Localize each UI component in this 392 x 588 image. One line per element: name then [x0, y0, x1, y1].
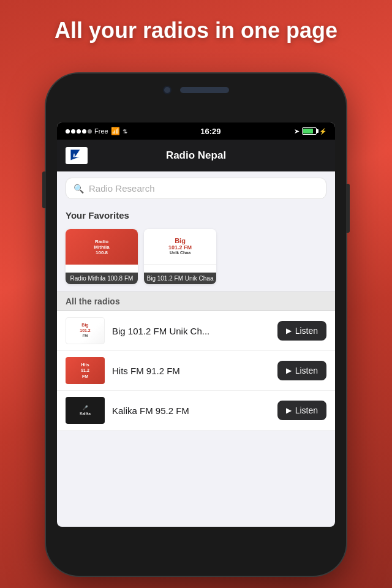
- wifi-icon: 📶: [111, 127, 120, 135]
- all-radios-header: All the radios: [57, 292, 335, 311]
- radio-list: Big101.2FM Big 101.2 FM Unik Ch... ▶ Lis…: [57, 311, 335, 431]
- signal-dots: [66, 129, 92, 134]
- play-icon-big-fm: ▶: [286, 326, 292, 335]
- earpiece-speaker: [180, 87, 229, 93]
- radio-name-kalika-fm: Kalika FM 95.2 FM: [112, 405, 270, 416]
- listen-button-hits-fm[interactable]: ▶ Listen: [277, 361, 326, 380]
- phone-screen: Free 📶 ⇅ 16:29 ➤ ⚡: [57, 123, 335, 527]
- radio-item-kalika-fm: 🎤Kalika Kalika FM 95.2 FM ▶ Listen: [57, 391, 335, 431]
- hits-fm-list-logo: Hits91.2FM: [81, 362, 89, 379]
- nepal-flag-svg: [68, 148, 85, 163]
- phone-shell: Free 📶 ⇅ 16:29 ➤ ⚡: [46, 74, 346, 576]
- front-camera: [163, 86, 172, 94]
- carrier-label: Free: [94, 127, 108, 135]
- listen-button-kalika-fm[interactable]: ▶ Listen: [277, 401, 326, 420]
- play-icon-hits-fm: ▶: [286, 366, 292, 375]
- search-icon: 🔍: [74, 184, 84, 194]
- search-bar[interactable]: 🔍 Radio Research: [66, 178, 326, 199]
- play-icon-kalika-fm: ▶: [286, 406, 292, 415]
- kalika-fm-list-logo: 🎤Kalika: [80, 405, 91, 417]
- radio-item-hits-fm: Hits91.2FM Hits FM 91.2 FM ▶ Listen: [57, 351, 335, 391]
- radio-name-hits-fm: Hits FM 91.2 FM: [112, 366, 270, 376]
- app-icon: [66, 147, 88, 164]
- favorites-header: Your Favorites: [57, 205, 335, 224]
- radio-thumb-kalika-fm: 🎤Kalika: [66, 397, 105, 424]
- status-right: ➤ ⚡: [294, 127, 326, 135]
- location-icon: ➤: [294, 127, 300, 135]
- signal-dot-3: [77, 129, 81, 134]
- status-bar: Free 📶 ⇅ 16:29 ➤ ⚡: [57, 123, 335, 140]
- nav-bar: Radio Nepal: [57, 140, 335, 172]
- battery-fill: [303, 129, 313, 134]
- favorite-label-mithila: Radio Mithila 100.8 FM: [66, 273, 138, 284]
- favorite-label-big-fm: Big 101.2 FM Unik Chaa: [144, 273, 216, 284]
- radio-name-big-fm: Big 101.2 FM Unik Ch...: [112, 326, 270, 336]
- radio-item-big-fm: Big101.2FM Big 101.2 FM Unik Ch... ▶ Lis…: [57, 311, 335, 351]
- signal-dot-2: [71, 129, 75, 134]
- favorite-item-big-fm[interactable]: Big 101.2 FM Unik Chaa Big 101.2 FM Unik…: [144, 229, 216, 284]
- radio-thumb-hits-fm: Hits91.2FM: [66, 357, 105, 384]
- clock: 16:29: [200, 127, 221, 136]
- mithila-logo-text: RadioMithila100.8: [94, 239, 109, 255]
- charging-icon: ⚡: [319, 128, 326, 135]
- big-fm-logo-text: Big 101.2 FM Unik Chaa: [168, 237, 192, 256]
- favorites-container: RadioMithila100.8 Radio Mithila 100.8 FM…: [57, 224, 335, 292]
- status-left: Free 📶 ⇅: [66, 127, 127, 135]
- svg-marker-0: [70, 149, 80, 160]
- phone-top-area: [163, 86, 229, 94]
- favorite-image-big-fm: Big 101.2 FM Unik Chaa: [144, 229, 216, 265]
- search-container: 🔍 Radio Research: [57, 172, 335, 205]
- favorite-image-mithila: RadioMithila100.8: [66, 229, 138, 265]
- big-fm-list-logo: Big101.2FM: [80, 323, 91, 338]
- hero-title: All your radios in one page: [0, 17, 392, 43]
- signal-dot-4: [82, 129, 86, 134]
- nav-title: Radio Nepal: [88, 149, 304, 162]
- svg-point-2: [73, 155, 75, 157]
- listen-button-big-fm[interactable]: ▶ Listen: [277, 321, 326, 341]
- favorite-item-mithila[interactable]: RadioMithila100.8 Radio Mithila 100.8 FM: [66, 229, 138, 284]
- radio-thumb-big-fm: Big101.2FM: [66, 317, 105, 344]
- search-input-placeholder[interactable]: Radio Research: [89, 183, 155, 194]
- battery-indicator: [302, 127, 317, 135]
- signal-dot-1: [66, 129, 70, 134]
- data-icon: ⇅: [123, 128, 127, 135]
- signal-dot-5: [88, 129, 92, 134]
